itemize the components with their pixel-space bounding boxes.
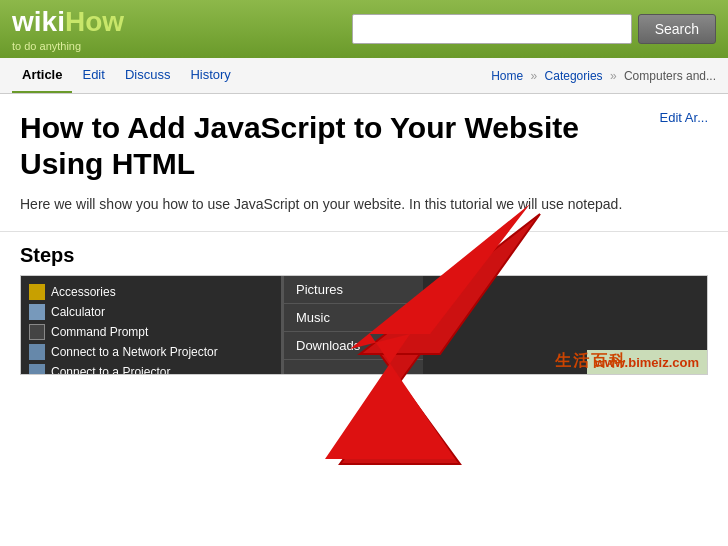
- step-image-right: Pictures Music Downloads: [283, 276, 423, 374]
- article-intro: Here we will show you how to use JavaScr…: [20, 194, 700, 215]
- list-item: Command Prompt: [29, 322, 273, 342]
- breadcrumb-sep2: »: [610, 69, 617, 83]
- logo-tagline: to do anything: [12, 40, 124, 52]
- logo[interactable]: wikiHow: [12, 6, 124, 38]
- chinese-watermark: 生活百科: [555, 351, 627, 372]
- file-icon: [29, 364, 45, 375]
- site-header: wikiHow to do anything Search: [0, 0, 728, 58]
- file-icon: [29, 324, 45, 340]
- search-button[interactable]: Search: [638, 14, 716, 44]
- list-item: Calculator: [29, 302, 273, 322]
- logo-how: How: [65, 6, 124, 37]
- logo-wiki: wiki: [12, 6, 65, 37]
- steps-section: Steps Accessories Calculator Command Pro…: [0, 231, 728, 383]
- logo-container: wikiHow to do anything: [12, 6, 124, 52]
- menu-item-music[interactable]: Music: [284, 304, 423, 332]
- article-title: How to Add JavaScript to Your Website Us…: [20, 110, 600, 182]
- tab-article[interactable]: Article: [12, 58, 72, 93]
- menu-item-downloads[interactable]: Downloads: [284, 332, 423, 360]
- item-label: Connect to a Projector: [51, 365, 170, 375]
- folder-icon: [29, 284, 45, 300]
- main-content: Edit Ar... How to Add JavaScript to Your…: [0, 94, 728, 231]
- list-item: Connect to a Network Projector: [29, 342, 273, 362]
- nav-bar: Article Edit Discuss History Home » Cate…: [0, 58, 728, 94]
- file-icon: [29, 304, 45, 320]
- breadcrumb-current: Computers and...: [624, 69, 716, 83]
- edit-article-link[interactable]: Edit Ar...: [660, 110, 708, 125]
- item-label: Calculator: [51, 305, 105, 319]
- tab-edit[interactable]: Edit: [72, 58, 114, 93]
- menu-item-pictures[interactable]: Pictures: [284, 276, 423, 304]
- breadcrumb-categories[interactable]: Categories: [545, 69, 603, 83]
- item-label: Connect to a Network Projector: [51, 345, 218, 359]
- breadcrumb: Home » Categories » Computers and...: [491, 69, 716, 83]
- tab-history[interactable]: History: [180, 58, 240, 93]
- item-label: Command Prompt: [51, 325, 148, 339]
- content-wrapper: Edit Ar... How to Add JavaScript to Your…: [0, 94, 728, 383]
- search-input[interactable]: [352, 14, 632, 44]
- breadcrumb-home[interactable]: Home: [491, 69, 523, 83]
- tab-discuss[interactable]: Discuss: [115, 58, 181, 93]
- nav-tabs: Article Edit Discuss History: [12, 58, 241, 93]
- step-image-area: Accessories Calculator Command Prompt Co…: [20, 275, 708, 375]
- breadcrumb-sep1: »: [531, 69, 538, 83]
- step-image-left: Accessories Calculator Command Prompt Co…: [21, 276, 281, 374]
- search-area: Search: [352, 14, 716, 44]
- list-item: Accessories: [29, 282, 273, 302]
- steps-title: Steps: [20, 244, 708, 267]
- list-item: Connect to a Projector: [29, 362, 273, 375]
- item-label: Accessories: [51, 285, 116, 299]
- file-icon: [29, 344, 45, 360]
